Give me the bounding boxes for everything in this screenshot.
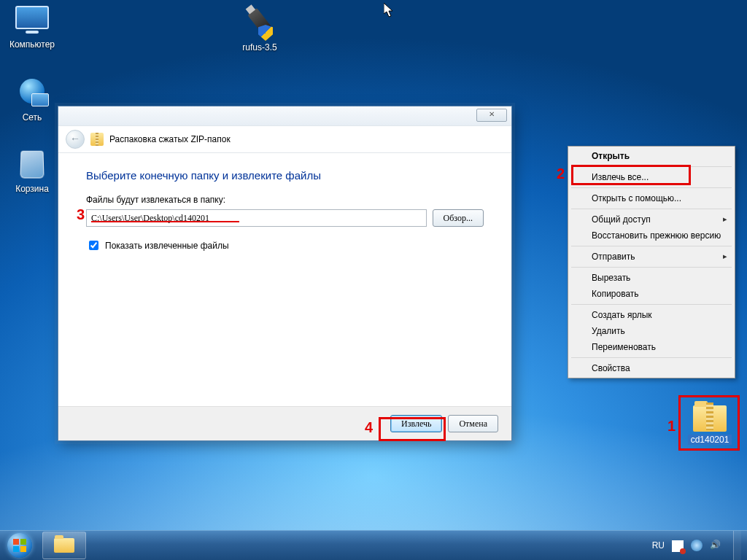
desktop-icon-label: rufus-3.5 (232, 42, 287, 52)
dialog-titlebar[interactable]: ✕ (58, 106, 511, 126)
show-desktop-button[interactable] (733, 531, 741, 560)
start-button[interactable] (0, 531, 39, 560)
destination-path-input[interactable] (86, 209, 427, 227)
annotation-number: 1 (667, 419, 676, 433)
context-menu-properties[interactable]: Свойства (570, 360, 733, 376)
network-tray-icon[interactable] (691, 540, 703, 551)
desktop-icon-label: Сеть (4, 112, 60, 122)
windows-logo-icon (7, 533, 32, 558)
desktop-icon-label: Компьютер (4, 39, 60, 50)
desktop-icon-recycle-bin[interactable]: Корзина (4, 150, 60, 194)
recycle-bin-icon (20, 151, 44, 179)
taskbar: RU (0, 530, 747, 560)
network-icon (20, 79, 44, 104)
context-menu-extract-all[interactable]: Извлечь все... (570, 169, 733, 185)
context-menu-open[interactable]: Открыть (570, 148, 733, 164)
close-button[interactable]: ✕ (476, 109, 507, 122)
volume-tray-icon[interactable] (710, 540, 721, 551)
action-center-icon[interactable] (672, 540, 684, 552)
show-extracted-label: Показать извлеченные файлы (105, 241, 229, 251)
dialog-title: Распаковка сжатых ZIP-папок (109, 134, 231, 144)
context-menu-copy[interactable]: Копировать (570, 286, 733, 302)
context-menu-send-to[interactable]: Отправить (570, 249, 733, 265)
uac-shield-icon (258, 25, 273, 41)
dialog-heading: Выберите конечную папку и извлеките файл… (86, 169, 484, 182)
language-indicator[interactable]: RU (652, 540, 665, 551)
desktop-icon-computer[interactable]: Компьютер (4, 6, 60, 50)
desktop-icon-zipfile[interactable]: cd140201 (684, 405, 735, 445)
annotation-number: 2 (557, 166, 565, 181)
extract-button[interactable]: Извлечь (390, 415, 442, 432)
show-extracted-checkbox-input[interactable] (89, 241, 98, 250)
close-icon: ✕ (489, 110, 495, 118)
desktop-icon-network[interactable]: Сеть (4, 79, 60, 122)
context-menu-delete[interactable]: Удалить (570, 323, 733, 339)
desktop-icon-label: Корзина (4, 184, 60, 194)
context-menu-cut[interactable]: Вырезать (570, 270, 733, 286)
context-menu: Открыть Извлечь все... Открыть с помощью… (568, 146, 735, 378)
desktop-icon-label: cd140201 (688, 435, 732, 445)
taskbar-button-explorer[interactable] (42, 532, 86, 559)
mouse-cursor-icon (384, 3, 394, 18)
extract-wizard-dialog: ✕ Распаковка сжатых ZIP-папок Выберите к… (58, 106, 512, 441)
cancel-button[interactable]: Отмена (448, 415, 498, 432)
context-menu-create-shortcut[interactable]: Создать ярлык (570, 307, 733, 323)
folder-icon (54, 538, 74, 553)
zip-folder-icon (693, 405, 727, 432)
system-tray: RU (652, 531, 747, 560)
computer-icon (15, 6, 49, 29)
show-extracted-checkbox[interactable]: Показать извлеченные файлы (86, 238, 484, 252)
back-button[interactable] (66, 130, 85, 149)
destination-label: Файлы будут извлекаться в папку: (86, 195, 484, 205)
context-menu-open-with[interactable]: Открыть с помощью... (570, 190, 733, 206)
browse-button[interactable]: Обзор... (433, 209, 484, 227)
context-menu-sharing[interactable]: Общий доступ (570, 211, 733, 228)
desktop-icon-rufus[interactable]: rufus-3.5 (232, 6, 287, 52)
context-menu-rename[interactable]: Переименовать (570, 339, 733, 355)
context-menu-restore-previous[interactable]: Восстановить прежнюю версию (570, 228, 733, 244)
zip-folder-icon (90, 133, 104, 146)
